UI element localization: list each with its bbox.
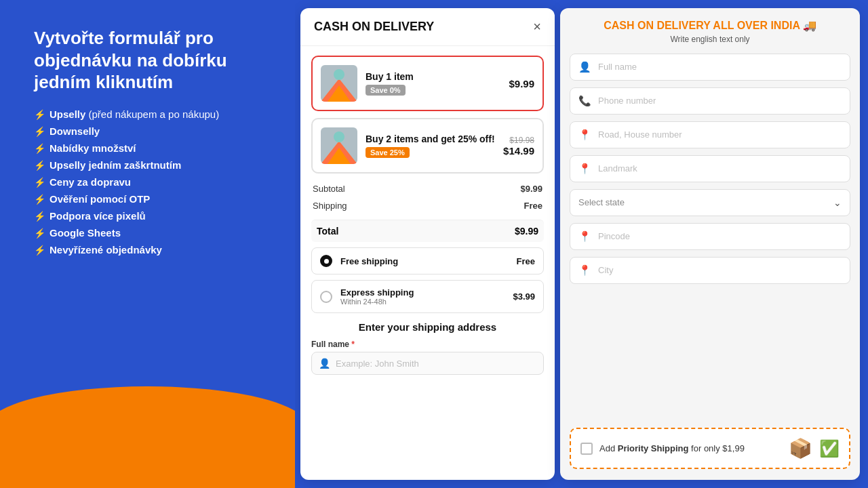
phone-field: 📞 — [570, 87, 850, 115]
modal-title: CASH ON DELIVERY — [314, 20, 434, 34]
subtotal-value: $9.99 — [450, 180, 544, 197]
bolt-icon: ⚡ — [34, 109, 45, 120]
product-option-1[interactable]: Buy 1 item Save 0% $9.99 — [311, 56, 544, 111]
fullname-label: Full name * — [311, 340, 544, 349]
fullname-field: 👤 — [570, 54, 850, 81]
landmark-field: 📍 — [570, 155, 850, 182]
phone-input[interactable] — [598, 96, 842, 106]
feature-item: ⚡ Ověření pomocí OTP — [34, 193, 275, 205]
express-shipping-option[interactable]: Express shipping Within 24-48h $3.99 — [311, 280, 544, 313]
fullname-input-wrapper: 👤 — [311, 352, 544, 375]
svg-point-7 — [334, 131, 344, 142]
right-header: CASH ON DELIVERY ALL OVER INDIA 🚚 Write … — [570, 19, 850, 44]
product-image-2 — [321, 127, 357, 164]
product-price-1: $9.99 — [509, 78, 534, 89]
free-shipping-info: Free shipping — [340, 256, 509, 266]
product-image-1 — [321, 65, 357, 102]
feature-item: ⚡ Upselly (před nákupem a po nákupu) — [34, 108, 275, 120]
bolt-icon: ⚡ — [34, 126, 45, 137]
product-price-2: $19.98 $14.99 — [503, 136, 534, 157]
road-field: 📍 — [570, 121, 850, 148]
bolt-icon: ⚡ — [34, 143, 45, 154]
summary-table: Subtotal $9.99 Shipping Free — [311, 180, 544, 214]
cod-title: CASH ON DELIVERY ALL OVER INDIA 🚚 — [570, 19, 850, 33]
address-section-title: Enter your shipping address — [311, 321, 544, 333]
person-icon: 👤 — [578, 61, 591, 73]
total-label: Total — [317, 226, 338, 237]
fullname-right-input[interactable] — [598, 62, 842, 72]
city-input[interactable] — [598, 265, 842, 275]
original-price-2: $19.98 — [503, 136, 534, 145]
landmark-input[interactable] — [598, 163, 842, 174]
subtotal-label: Subtotal — [311, 180, 450, 197]
svg-point-3 — [334, 69, 344, 80]
free-shipping-option[interactable]: Free shipping Free — [311, 247, 544, 274]
left-panel: Vytvořte formulář pro objednávku na dobí… — [0, 0, 295, 488]
modal-panel: CASH ON DELIVERY × Buy 1 item Save 0% $9… — [300, 8, 555, 480]
feature-list: ⚡ Upselly (před nákupem a po nákupu) ⚡ D… — [34, 108, 275, 256]
priority-text: Add Priority Shipping for only $1,99 — [599, 443, 782, 453]
hero-title: Vytvořte formulář pro objednávku na dobí… — [34, 27, 275, 94]
radio-express-shipping[interactable] — [320, 291, 332, 303]
bolt-icon: ⚡ — [34, 194, 45, 205]
priority-checkbox[interactable] — [580, 443, 593, 455]
express-shipping-sub: Within 24-48h — [340, 298, 505, 306]
feature-bold: Google Sheets — [50, 227, 121, 239]
feature-bold: Podpora více pixelů — [50, 210, 146, 222]
bolt-icon: ⚡ — [34, 245, 45, 256]
location-icon-3: 📍 — [578, 230, 591, 243]
product-current-price-1: $9.99 — [509, 78, 534, 89]
free-shipping-name: Free shipping — [340, 256, 509, 266]
express-shipping-name: Express shipping — [340, 287, 505, 298]
radio-free-shipping[interactable] — [320, 255, 332, 267]
feature-item: ⚡ Podpora více pixelů — [34, 210, 275, 222]
bolt-icon: ⚡ — [34, 160, 45, 171]
modal-body: Buy 1 item Save 0% $9.99 Buy 2 items and… — [300, 46, 555, 480]
feature-item: ⚡ Ceny za dopravu — [34, 176, 275, 188]
feature-item: ⚡ Google Sheets — [34, 227, 275, 239]
free-shipping-price: Free — [517, 256, 535, 266]
feature-bold: Downselly — [50, 125, 100, 137]
current-price-2: $14.99 — [503, 145, 534, 157]
priority-shipping-box[interactable]: Add Priority Shipping for only $1,99 📦 ✅ — [570, 428, 850, 469]
feature-item: ⚡ Downselly — [34, 125, 275, 137]
feature-item: ⚡ Upselly jedním zaškrtnutím — [34, 159, 275, 171]
feature-bold: Nevyřízené objednávky — [50, 244, 162, 256]
shipping-label: Shipping — [311, 197, 450, 214]
feature-item: ⚡ Nevyřízené objednávky — [34, 244, 275, 256]
bolt-icon: ⚡ — [34, 211, 45, 222]
product-option-2[interactable]: Buy 2 items and get 25% off! Save 25% $1… — [311, 118, 544, 174]
pincode-input[interactable] — [598, 231, 842, 241]
express-shipping-info: Express shipping Within 24-48h — [340, 287, 505, 306]
total-row: Total $9.99 — [311, 220, 544, 242]
shipping-value: Free — [450, 197, 544, 214]
person-icon: 👤 — [319, 358, 330, 369]
close-button[interactable]: × — [533, 19, 541, 35]
express-shipping-price: $3.99 — [513, 291, 535, 302]
location-icon: 📍 — [578, 129, 591, 141]
feature-bold: Upselly — [50, 108, 85, 120]
feature-item: ⚡ Nabídky množství — [34, 142, 275, 154]
feature-bold: Upselly jedním zaškrtnutím — [50, 159, 181, 171]
save-badge-1: Save 0% — [366, 85, 406, 96]
location-icon-2: 📍 — [578, 163, 591, 175]
feature-bold: Ověření pomocí OTP — [50, 193, 150, 205]
save-badge-2: Save 25% — [366, 147, 410, 158]
location-icon-4: 📍 — [578, 264, 591, 277]
product-name-2: Buy 2 items and get 25% off! — [366, 134, 495, 144]
chevron-down-icon: ⌄ — [833, 197, 842, 208]
road-input[interactable] — [598, 129, 842, 140]
package-icon: 📦 — [789, 437, 812, 460]
fullname-input[interactable] — [336, 359, 536, 369]
phone-icon: 📞 — [578, 95, 591, 107]
feature-bold: Nabídky množství — [50, 142, 136, 154]
product-info-2: Buy 2 items and get 25% off! Save 25% — [366, 134, 495, 158]
bolt-icon: ⚡ — [34, 228, 45, 239]
modal-header: CASH ON DELIVERY × — [300, 8, 555, 46]
product-name-1: Buy 1 item — [366, 71, 500, 82]
state-select-label: Select state — [578, 197, 833, 207]
right-panel: CASH ON DELIVERY ALL OVER INDIA 🚚 Write … — [560, 8, 860, 480]
state-select[interactable]: Select state ⌄ — [570, 189, 850, 216]
cod-subtitle: Write english text only — [570, 35, 850, 44]
total-value: $9.99 — [515, 226, 538, 237]
